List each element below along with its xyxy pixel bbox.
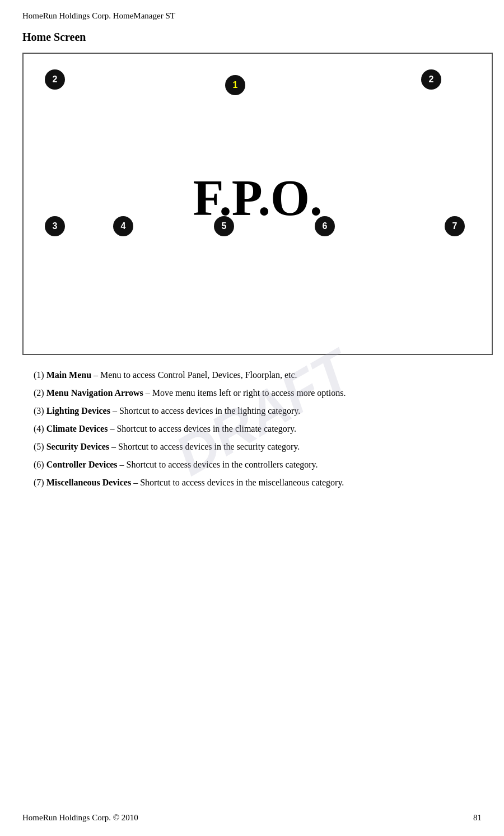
desc-rest-4: – Shortcut to access devices in the clim… [108,424,296,433]
fpo-image-box: F.P.O. 2 1 2 3 4 5 6 7 [22,53,493,355]
desc-num-6: (6) [34,460,46,469]
desc-rest-2: – Move menu items left or right to acces… [143,388,346,398]
description-item-4: (4) Climate Devices – Shortcut to access… [34,422,482,436]
bubble-top-center: 1 [225,75,245,95]
footer-left: HomeRun Holdings Corp. © 2010 [22,813,138,823]
description-list: (1) Main Menu – Menu to access Control P… [34,368,482,489]
description-item-5: (5) Security Devices – Shortcut to acces… [34,440,482,454]
description-item-7: (7) Miscellaneous Devices – Shortcut to … [34,476,482,489]
desc-bold-7: Miscellaneous Devices [46,478,132,487]
document-header: HomeRun Holdings Corp. HomeManager ST [22,11,482,21]
bubble-top-right: 2 [421,69,441,90]
section-heading: Home Screen [22,31,482,44]
desc-bold-6: Controller Devices [46,460,118,469]
bubble-mid-3: 5 [214,216,234,236]
desc-rest-3: – Shortcut to access devices in the ligh… [110,406,300,415]
desc-num-4: (4) [34,424,46,433]
bubble-top-left: 2 [45,69,65,90]
bubble-mid-2: 4 [113,216,133,236]
desc-bold-5: Security Devices [46,442,109,451]
desc-num-1: (1) [34,370,46,380]
description-item-6: (6) Controller Devices – Shortcut to acc… [34,458,482,471]
desc-num-2: (2) [34,388,46,398]
desc-num-7: (7) [34,478,46,487]
desc-rest-7: – Shortcut to access devices in the misc… [131,478,344,487]
bubble-mid-1: 3 [45,216,65,236]
desc-rest-6: – Shortcut to access devices in the cont… [118,460,318,469]
bubble-mid-5: 7 [445,216,465,236]
desc-bold-4: Climate Devices [46,424,108,433]
description-item-3: (3) Lighting Devices – Shortcut to acces… [34,404,482,418]
desc-bold-1: Main Menu [46,370,91,380]
desc-num-5: (5) [34,442,46,451]
desc-num-3: (3) [34,406,46,415]
footer: HomeRun Holdings Corp. © 2010 81 [22,813,482,823]
desc-rest-1: – Menu to access Control Panel, Devices,… [91,370,297,380]
desc-bold-3: Lighting Devices [46,406,110,415]
desc-bold-2: Menu Navigation Arrows [46,388,143,398]
desc-rest-5: – Shortcut to access devices in the secu… [109,442,300,451]
description-item-2: (2) Menu Navigation Arrows – Move menu i… [34,386,482,400]
description-item-1: (1) Main Menu – Menu to access Control P… [34,368,482,382]
footer-right: 81 [473,813,482,823]
bubble-mid-4: 6 [315,216,335,236]
fpo-label: F.P.O. [193,169,323,227]
